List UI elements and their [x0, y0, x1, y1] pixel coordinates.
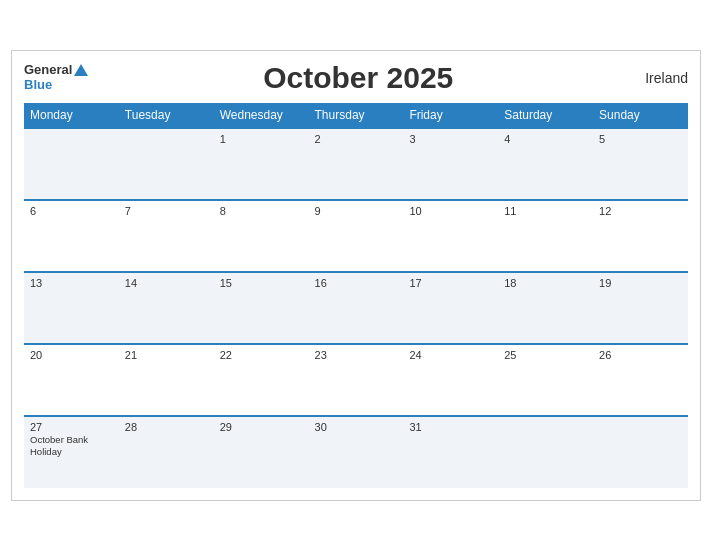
calendar-thead: Monday Tuesday Wednesday Thursday Friday…: [24, 103, 688, 128]
calendar-day-cell: 8: [214, 200, 309, 272]
calendar-day-cell: 5: [593, 128, 688, 200]
calendar-header: General Blue October 2025 Ireland: [24, 61, 688, 95]
calendar-day-cell: 21: [119, 344, 214, 416]
calendar-day-cell: 15: [214, 272, 309, 344]
day-number: 14: [125, 277, 208, 289]
calendar-day-cell: 14: [119, 272, 214, 344]
col-sunday: Sunday: [593, 103, 688, 128]
calendar-day-cell: 6: [24, 200, 119, 272]
day-number: 5: [599, 133, 682, 145]
day-number: 1: [220, 133, 303, 145]
day-event: October Bank Holiday: [30, 434, 88, 457]
day-number: 31: [409, 421, 492, 433]
logo: General Blue: [24, 63, 88, 92]
day-number: 29: [220, 421, 303, 433]
day-number: 21: [125, 349, 208, 361]
day-number: 30: [315, 421, 398, 433]
day-number: 9: [315, 205, 398, 217]
calendar-day-cell: 24: [403, 344, 498, 416]
calendar-day-cell: 26: [593, 344, 688, 416]
calendar-day-cell: 28: [119, 416, 214, 488]
calendar-table: Monday Tuesday Wednesday Thursday Friday…: [24, 103, 688, 488]
month-title: October 2025: [88, 61, 628, 95]
calendar-day-cell: 30: [309, 416, 404, 488]
calendar-week-row: 20212223242526: [24, 344, 688, 416]
col-wednesday: Wednesday: [214, 103, 309, 128]
logo-blue-text: Blue: [24, 78, 52, 92]
calendar-day-cell: 10: [403, 200, 498, 272]
calendar-day-cell: 29: [214, 416, 309, 488]
day-number: 7: [125, 205, 208, 217]
calendar-day-cell: 27October Bank Holiday: [24, 416, 119, 488]
logo-triangle-icon: [74, 64, 88, 76]
day-number: 2: [315, 133, 398, 145]
day-number: 17: [409, 277, 492, 289]
calendar-day-cell: 25: [498, 344, 593, 416]
calendar-day-cell: [498, 416, 593, 488]
col-tuesday: Tuesday: [119, 103, 214, 128]
calendar-week-row: 12345: [24, 128, 688, 200]
calendar-day-cell: 9: [309, 200, 404, 272]
calendar-day-cell: 20: [24, 344, 119, 416]
calendar-container: General Blue October 2025 Ireland Monday…: [11, 50, 701, 501]
day-number: 3: [409, 133, 492, 145]
col-friday: Friday: [403, 103, 498, 128]
day-number: 8: [220, 205, 303, 217]
calendar-day-cell: 31: [403, 416, 498, 488]
day-number: 28: [125, 421, 208, 433]
col-monday: Monday: [24, 103, 119, 128]
calendar-day-cell: [24, 128, 119, 200]
calendar-day-cell: 13: [24, 272, 119, 344]
col-saturday: Saturday: [498, 103, 593, 128]
day-number: 11: [504, 205, 587, 217]
calendar-week-row: 13141516171819: [24, 272, 688, 344]
logo-general-text: General: [24, 63, 72, 77]
day-number: 16: [315, 277, 398, 289]
day-number: 15: [220, 277, 303, 289]
calendar-day-cell: [593, 416, 688, 488]
calendar-week-row: 6789101112: [24, 200, 688, 272]
day-number: 20: [30, 349, 113, 361]
calendar-day-cell: [119, 128, 214, 200]
day-number: 25: [504, 349, 587, 361]
day-number: 23: [315, 349, 398, 361]
calendar-day-cell: 4: [498, 128, 593, 200]
calendar-day-cell: 2: [309, 128, 404, 200]
col-thursday: Thursday: [309, 103, 404, 128]
calendar-day-cell: 7: [119, 200, 214, 272]
calendar-day-cell: 17: [403, 272, 498, 344]
day-number: 26: [599, 349, 682, 361]
day-number: 13: [30, 277, 113, 289]
calendar-day-cell: 11: [498, 200, 593, 272]
day-number: 10: [409, 205, 492, 217]
calendar-day-cell: 1: [214, 128, 309, 200]
day-number: 24: [409, 349, 492, 361]
weekday-header-row: Monday Tuesday Wednesday Thursday Friday…: [24, 103, 688, 128]
calendar-day-cell: 12: [593, 200, 688, 272]
calendar-day-cell: 22: [214, 344, 309, 416]
country-label: Ireland: [628, 70, 688, 86]
calendar-day-cell: 16: [309, 272, 404, 344]
day-number: 22: [220, 349, 303, 361]
day-number: 18: [504, 277, 587, 289]
calendar-day-cell: 23: [309, 344, 404, 416]
calendar-day-cell: 19: [593, 272, 688, 344]
day-number: 27: [30, 421, 113, 433]
day-number: 6: [30, 205, 113, 217]
day-number: 12: [599, 205, 682, 217]
day-number: 4: [504, 133, 587, 145]
calendar-week-row: 27October Bank Holiday28293031: [24, 416, 688, 488]
calendar-day-cell: 3: [403, 128, 498, 200]
calendar-body: 1234567891011121314151617181920212223242…: [24, 128, 688, 488]
day-number: 19: [599, 277, 682, 289]
calendar-day-cell: 18: [498, 272, 593, 344]
